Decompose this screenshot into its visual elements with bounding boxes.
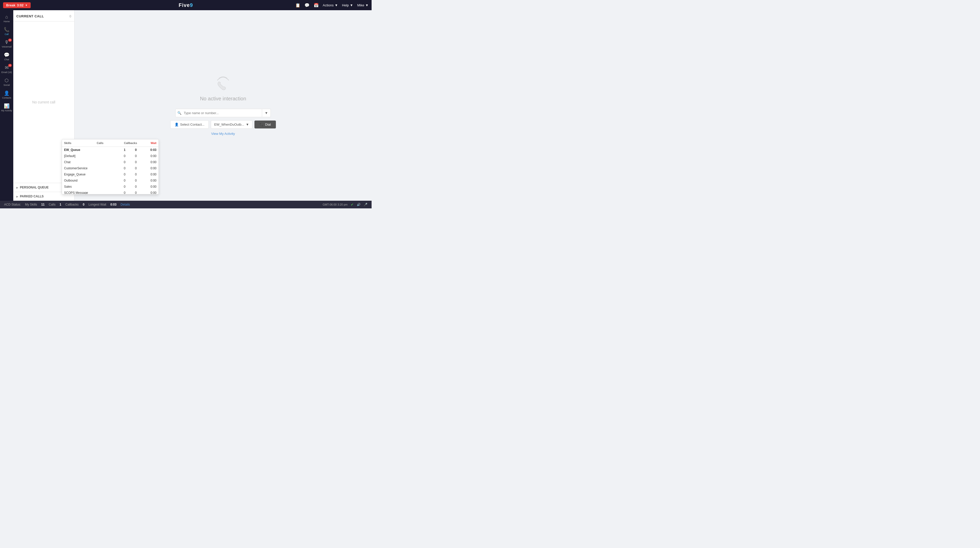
longest-wait-value: 0:03 [110, 203, 116, 206]
select-contact-button[interactable]: 👤 Select Contact... [170, 120, 209, 129]
actions-menu[interactable]: Actions ▼ [323, 3, 338, 7]
wait-time: 0:00 [139, 190, 159, 194]
callbacks-value: 0 [83, 203, 84, 206]
email-badge: 4 [8, 64, 12, 67]
my-skills-value: 11 [41, 203, 45, 206]
help-menu[interactable]: Help ▼ [342, 3, 353, 7]
inactive-phone-icon [213, 76, 233, 91]
sidebar-item-email-label: Email (16) [1, 71, 12, 73]
dial-label: Dial [265, 123, 271, 126]
sidebar-item-home-label: Home [3, 20, 10, 23]
timezone-text: GMT-06:00 3:20 pm [323, 203, 348, 206]
skill-name: Chat [62, 159, 116, 165]
notepad-icon[interactable]: 📋 [295, 3, 301, 8]
sidebar-item-home[interactable]: ⌂ Home [0, 12, 13, 25]
details-link[interactable]: Details [121, 203, 130, 206]
sidebar-item-chat[interactable]: 💬 Chat [0, 50, 13, 63]
phone-icon-area [170, 76, 276, 92]
break-dropdown-icon[interactable]: ▼ [25, 4, 27, 6]
view-activity-link[interactable]: View My Activity [211, 132, 235, 135]
skill-name: EW_Queue [62, 147, 116, 153]
search-input[interactable] [175, 109, 262, 117]
queue-label: EW_WhenDuOutb... [214, 123, 244, 126]
calls-count: 0 [116, 183, 127, 190]
table-row[interactable]: Outbound 0 0 0:00 [62, 177, 159, 183]
table-row[interactable]: EW_Queue 1 0 0:03 [62, 147, 159, 153]
sidebar-item-call[interactable]: 📞 Call [0, 25, 13, 38]
calls-count: 0 [116, 159, 127, 165]
app-logo: Five9 [179, 2, 193, 8]
wait-time: 0:00 [139, 183, 159, 190]
chat-sidebar-icon: 💬 [4, 52, 10, 58]
skill-name: Outbound [62, 177, 116, 183]
callbacks-count: 0 [127, 183, 139, 190]
calendar-icon[interactable]: 📅 [313, 3, 319, 8]
wait-time: 0:00 [139, 177, 159, 183]
sidebar-item-voicemail[interactable]: 3 🎙 Voicemail [0, 38, 13, 50]
sidebar-item-email[interactable]: 4 ✉ Email (16) [0, 63, 13, 76]
skill-name: SCOPS Message [62, 190, 116, 194]
status-bar: ACD Status: My Skills 11 Calls 1 Callbac… [0, 201, 372, 209]
queue-dropdown-icon: ▼ [246, 123, 249, 126]
callbacks-count: 0 [127, 159, 139, 165]
user-menu[interactable]: Mike ▼ [357, 3, 369, 7]
skill-name: Sales [62, 183, 116, 190]
skill-name: CustomerService [62, 165, 116, 171]
calls-col-header: Calls [84, 139, 106, 147]
home-icon: ⌂ [5, 14, 8, 20]
nav-left: Break 3:02 ▼ [3, 2, 30, 8]
myactivity-icon: 📊 [4, 103, 10, 109]
sidebar-item-contacts[interactable]: 👤 Contacts [0, 88, 13, 101]
table-row[interactable]: Sales 0 0 0:00 [62, 183, 159, 190]
skills-col-header: Skills [62, 139, 84, 147]
callbacks-label: Callbacks [65, 203, 79, 206]
microphone-icon: 🎤 [364, 203, 368, 206]
social-icon: ⬡ [5, 78, 9, 83]
search-icon-wrap: 🔍 [175, 109, 262, 117]
table-row[interactable]: [Default] 0 0 0:00 [62, 153, 159, 159]
parked-calls-chevron-icon: ▶ [16, 195, 18, 198]
voicemail-badge: 3 [8, 38, 12, 41]
calls-count: 1 [116, 147, 127, 153]
break-label: Break [6, 3, 15, 7]
calls-count: 0 [116, 190, 127, 194]
chat-nav-icon[interactable]: 💬 [304, 3, 310, 8]
queue-scroll-area[interactable]: EW_Queue 1 0 0:03 [Default] 0 0 0:00 Cha… [62, 147, 159, 194]
sidebar-item-voicemail-label: Voicemail [2, 45, 12, 48]
queue-popup: Skills Calls Callbacks Wait EW_Queue 1 0… [62, 139, 159, 194]
nav-right: 📋 💬 📅 Actions ▼ Help ▼ Mike ▼ [295, 3, 369, 8]
calls-count: 0 [116, 165, 127, 171]
acd-status-label: ACD Status: [4, 203, 21, 206]
break-button[interactable]: Break 3:02 ▼ [3, 2, 30, 8]
queue-rows-table: EW_Queue 1 0 0:03 [Default] 0 0 0:00 Cha… [62, 147, 159, 194]
table-row[interactable]: CustomerService 0 0 0:00 [62, 165, 159, 171]
sidebar-item-contacts-label: Contacts [2, 97, 11, 99]
no-interaction-text: No active interaction [170, 96, 276, 102]
logo-area: Five9 [179, 2, 193, 8]
callbacks-count: 0 [127, 190, 139, 194]
current-call-count: 0 [69, 14, 71, 18]
table-row[interactable]: Engage_Queue 0 0 0:00 [62, 171, 159, 177]
select-contact-label: Select Contact... [180, 123, 204, 126]
calls-value: 1 [59, 203, 61, 206]
user-chevron-icon: ▼ [365, 3, 369, 7]
break-timer: 3:02 [17, 3, 24, 7]
parked-calls-title: PARKED CALLS [20, 194, 44, 198]
actions-label: Actions [323, 3, 334, 7]
wait-time: 0:00 [139, 153, 159, 159]
queue-select-button[interactable]: EW_WhenDuOutb... ▼ [211, 120, 252, 129]
personal-queue-chevron-icon: ▶ [16, 186, 18, 189]
dial-button[interactable]: 📞 Dial [255, 121, 276, 129]
sidebar-item-myactivity[interactable]: 📊 My Activity [0, 101, 13, 114]
callbacks-count: 0 [127, 153, 139, 159]
table-row[interactable]: Chat 0 0 0:00 [62, 159, 159, 165]
sidebar-item-social[interactable]: ⬡ Social [0, 76, 13, 88]
sidebar-item-social-label: Social [3, 84, 10, 86]
table-row[interactable]: SCOPS Message 0 0 0:00 [62, 190, 159, 194]
dial-phone-icon: 📞 [259, 123, 264, 126]
action-row: 👤 Select Contact... EW_WhenDuOutb... ▼ 📞… [170, 120, 276, 129]
sidebar-item-call-label: Call [5, 33, 9, 35]
search-dropdown-button[interactable]: ▼ [262, 109, 271, 117]
callbacks-col-header: Callbacks [105, 139, 139, 147]
sidebar-item-chat-label: Chat [4, 58, 9, 61]
